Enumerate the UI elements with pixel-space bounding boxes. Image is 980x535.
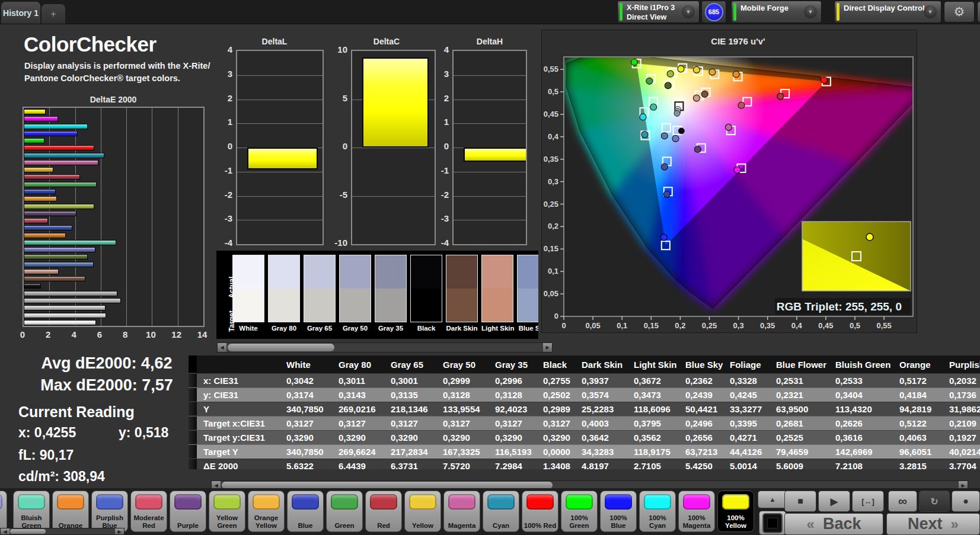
patch-button-blue-flower[interactable]: Blue Flower [0, 491, 7, 532]
patch-button-green[interactable]: Green [326, 491, 363, 532]
deltae-bar-gray-65 [24, 305, 106, 310]
cie-diagram: CIE 1976 u'v'RGB Triplet: 255, 255, 0000… [542, 30, 917, 332]
cie-measured-dot [777, 93, 784, 100]
patch-scrollbar-track[interactable]: ◀▶ [0, 528, 125, 535]
patch-color-chip [409, 494, 436, 510]
table-cell: 133,9554 [436, 402, 489, 416]
table-cell: 0,3128 [489, 388, 537, 402]
deltae-bar-100-blue [24, 131, 78, 136]
collapse-button[interactable]: ◀ [977, 1, 980, 23]
deltae-x-tick: 12 [171, 329, 183, 339]
patch-button-yellow[interactable]: Yellow [404, 491, 441, 532]
cie-measured-dot [665, 82, 671, 89]
patch-button-orange[interactable]: Orange [52, 491, 89, 532]
table-cell: 0,2109 [943, 417, 980, 430]
patch-color-chip [644, 494, 671, 510]
settings-button[interactable]: ⚙ [944, 1, 975, 23]
cie-measured-dot [661, 133, 668, 139]
loop-button[interactable]: ↻ [919, 491, 950, 512]
reading-y-value: y: 0,518 [119, 425, 168, 441]
next-button[interactable]: Next » [886, 513, 980, 535]
patch-button-blue[interactable]: Blue [287, 491, 324, 532]
table-row: ΔE 20005,63226,44396,37317,57207,29841,3… [189, 459, 980, 469]
scroll-thumb[interactable] [10, 529, 46, 534]
table-header-Gray 35: Gray 35 [489, 355, 537, 373]
display-control-dropdown[interactable]: Direct Display Control ▼ [834, 1, 941, 23]
infinity-button[interactable]: ∞ [888, 491, 917, 512]
patch-color-chip [605, 494, 632, 510]
meter-status-bar [620, 3, 623, 21]
strip-scrollbar-track[interactable]: ◀▶ [217, 342, 553, 353]
patch-button-red[interactable]: Red [365, 491, 402, 532]
patch-button-100-green[interactable]: 100% Green [561, 491, 598, 532]
deltaC-y-tick: -10 [326, 238, 347, 248]
deltae-bar-red [24, 174, 80, 180]
patch-button-100-yellow[interactable]: 100% Yellow [717, 491, 754, 532]
patch-button-100-blue[interactable]: 100% Blue [600, 491, 637, 532]
back-button[interactable]: « Back [784, 513, 883, 535]
table-header-Gray 50: Gray 50 [436, 355, 489, 373]
cie-measured-dot [733, 71, 739, 78]
swatch-label: Blue Sky [517, 325, 538, 332]
table-cell: 0,3127 [332, 417, 384, 430]
table-row-label: Target y:CIE31 [197, 431, 280, 444]
cie-measured-dot [672, 135, 679, 142]
patch-button-cyan[interactable]: Cyan [483, 491, 519, 532]
gridline [178, 108, 178, 326]
table-cell: 0,2502 [537, 388, 575, 402]
patch-button-100-cyan[interactable]: 100% Cyan [639, 491, 676, 532]
table-cell: 269,6624 [332, 445, 384, 459]
scroll-right-button[interactable]: ▶ [543, 343, 552, 352]
svg-text:0: 0 [554, 312, 558, 321]
stop-button[interactable]: ■ [784, 491, 816, 512]
patch-label: Bluish Green [14, 514, 49, 529]
table-cell: 0,3042 [280, 374, 332, 387]
scroll-thumb[interactable] [228, 344, 334, 351]
pattern-panel-expand-button[interactable]: ▲ [758, 491, 787, 508]
step-button[interactable]: [↔] [852, 491, 884, 512]
patch-color-chip [57, 494, 84, 510]
source-dropdown[interactable]: Mobile Forge ▼ [731, 1, 822, 23]
scroll-left-button[interactable]: ◀ [1, 528, 9, 534]
swatch-label: White [232, 325, 264, 332]
add-tab-button[interactable]: + [42, 4, 65, 24]
patch-button-magenta[interactable]: Magenta [443, 491, 480, 532]
patch-button-100-red[interactable]: 100% Red [522, 491, 558, 532]
deltae-bar-orange [24, 233, 66, 238]
table-cell: 79,4659 [770, 445, 829, 459]
record-icon: ● [963, 496, 969, 507]
source-dropdown-label: Mobile Forge [740, 4, 789, 12]
scroll-right-button[interactable]: ▶ [115, 528, 124, 534]
patch-label: Purple [171, 522, 205, 530]
table-cell: 6,3731 [384, 459, 436, 469]
record-button[interactable]: ● [952, 491, 980, 512]
cie-measured-dot [725, 124, 732, 130]
patch-button-bluish-green[interactable]: Bluish Green [13, 491, 50, 532]
play-button[interactable]: ▶ [818, 491, 850, 512]
deltaH-y-tick: -2 [427, 190, 449, 200]
patch-color-chip [292, 494, 319, 510]
pattern-window-button[interactable] [759, 511, 786, 535]
patch-label: Blue [288, 522, 323, 530]
tab-history-1[interactable]: History 1 [1, 2, 40, 24]
patch-button-moderate-red[interactable]: Moderate Red [130, 491, 167, 532]
gridline [352, 148, 435, 148]
patch-button-purplish-blue[interactable]: Purplish Blue [91, 491, 128, 532]
svg-text:0,15: 0,15 [544, 244, 558, 253]
current-reading-heading: Current Reading [18, 403, 135, 421]
table-gutter-cell [189, 388, 197, 402]
table-header-Bluish Green: Bluish Green [829, 355, 893, 373]
patch-button-orange-yellow[interactable]: Orange Yellow [248, 491, 285, 532]
table-cell: 33,3277 [723, 402, 770, 416]
patch-button-purple[interactable]: Purple [170, 491, 206, 532]
table-cell: 0,3616 [829, 431, 893, 444]
table-cell: 0,3127 [384, 417, 436, 430]
scroll-left-button[interactable]: ◀ [218, 343, 226, 352]
svg-text:0,35: 0,35 [544, 155, 558, 164]
patch-button-100-magenta[interactable]: 100% Magenta [678, 491, 715, 532]
deltaC-plot [351, 50, 436, 245]
patch-button-yellow-green[interactable]: Yellow Green [209, 491, 245, 532]
meter-dropdown[interactable]: X-Rite i1Pro 3 Direct View ▼ [617, 1, 700, 23]
table-cell: 6,4439 [332, 459, 384, 469]
svg-text:0,2: 0,2 [548, 222, 558, 230]
